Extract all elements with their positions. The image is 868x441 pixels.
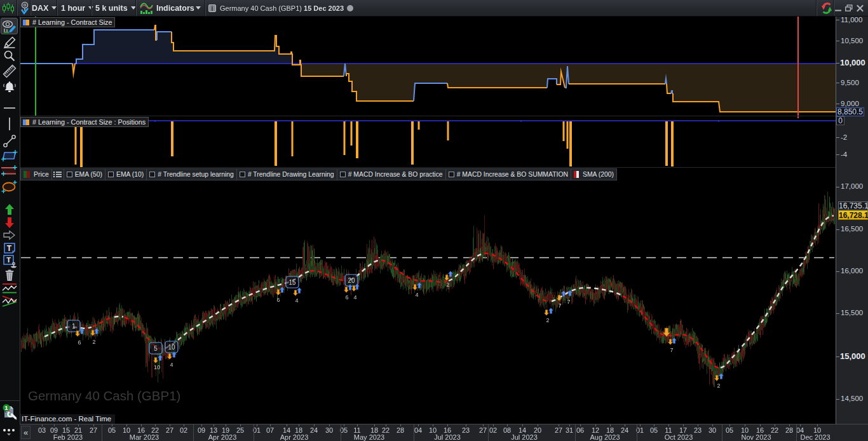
svg-text:1: 1 (4, 404, 8, 411)
svg-text:T: T (7, 244, 12, 253)
svg-text:T: T (6, 256, 11, 264)
